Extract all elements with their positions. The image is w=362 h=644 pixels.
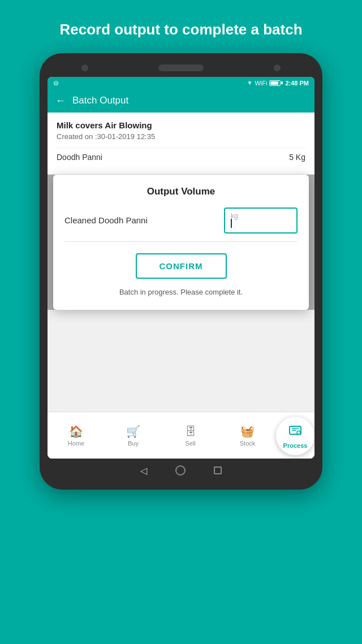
stock-icon: 🧺 [240, 425, 255, 438]
bottom-nav: 🏠 Home 🛒 Buy 🗄 Sell 🧺 Stock [48, 412, 314, 459]
batch-card: Milk covers Air Blowing Created on :30-0… [48, 113, 314, 175]
camera-left [81, 64, 88, 71]
phone-mockup: ⊖ ▼ WiFi 2:48 PM ← Batch Output [40, 53, 322, 490]
batch-item-row: Doodh Panni 5 Kg [57, 148, 305, 166]
modal-overlay: Output Volume Cleaned Doodh Panni kg CON… [48, 175, 314, 412]
modal-status-text: Batch in progress. Please complete it. [64, 288, 298, 296]
modal-dialog: Output Volume Cleaned Doodh Panni kg CON… [53, 175, 309, 310]
wifi-icon: WiFi [255, 80, 267, 87]
nav-title: Batch Output [72, 95, 128, 106]
page-header: Record output to complete a batch [0, 0, 362, 53]
nav-item-stock[interactable]: 🧺 Stock [219, 425, 276, 447]
modal-title: Output Volume [64, 186, 298, 197]
home-icon: 🏠 [69, 425, 83, 438]
text-cursor [231, 219, 232, 228]
dnd-icon: ⊖ [53, 79, 59, 87]
buy-icon: 🛒 [126, 425, 140, 438]
batch-item-qty: 5 Kg [289, 153, 305, 162]
gesture-home [175, 465, 186, 476]
status-bar-left: ⊖ [53, 79, 59, 87]
status-icons: ▼ WiFi 2:48 PM [247, 80, 309, 87]
stock-label: Stock [240, 440, 256, 447]
process-fab-label: Process [283, 442, 308, 449]
modal-input-label: Cleaned Doodh Panni [64, 215, 224, 225]
batch-item-name: Doodh Panni [57, 153, 102, 162]
phone-screen: ⊖ ▼ WiFi 2:48 PM ← Batch Output [48, 77, 314, 459]
back-button[interactable]: ← [55, 95, 66, 107]
modal-input-wrapper[interactable]: kg [224, 208, 298, 234]
phone-speaker [158, 64, 204, 71]
gesture-back: ◁ [140, 465, 147, 476]
phone-bottom-hardware: ◁ [48, 459, 314, 478]
signal-icon: ▼ [247, 80, 253, 86]
phone-top-hardware [48, 64, 314, 71]
modal-input-placeholder: kg [231, 212, 238, 220]
sell-label: Sell [185, 440, 195, 447]
buy-label: Buy [128, 440, 139, 447]
process-icon [288, 423, 303, 441]
battery-icon [269, 80, 283, 86]
nav-item-sell[interactable]: 🗄 Sell [162, 425, 219, 447]
batch-name: Milk covers Air Blowing [57, 120, 305, 130]
screen-body-gray [48, 310, 314, 412]
gesture-recents [214, 466, 222, 474]
sell-icon: 🗄 [185, 425, 196, 438]
confirm-button[interactable]: CONFIRM [136, 253, 227, 279]
modal-input-cursor [231, 213, 291, 228]
process-fab[interactable]: Process [276, 417, 314, 455]
top-nav: ← Batch Output [48, 89, 314, 113]
status-bar: ⊖ ▼ WiFi 2:48 PM [48, 77, 314, 89]
camera-right [274, 64, 281, 71]
page-title: Record output to complete a batch [0, 0, 362, 53]
batch-date: Created on :30-01-2019 12:35 [57, 132, 305, 141]
home-label: Home [68, 440, 84, 447]
nav-item-buy[interactable]: 🛒 Buy [105, 425, 162, 447]
status-time: 2:48 PM [285, 80, 309, 87]
nav-item-home[interactable]: 🏠 Home [48, 425, 105, 447]
modal-input-row: Cleaned Doodh Panni kg [64, 208, 298, 242]
